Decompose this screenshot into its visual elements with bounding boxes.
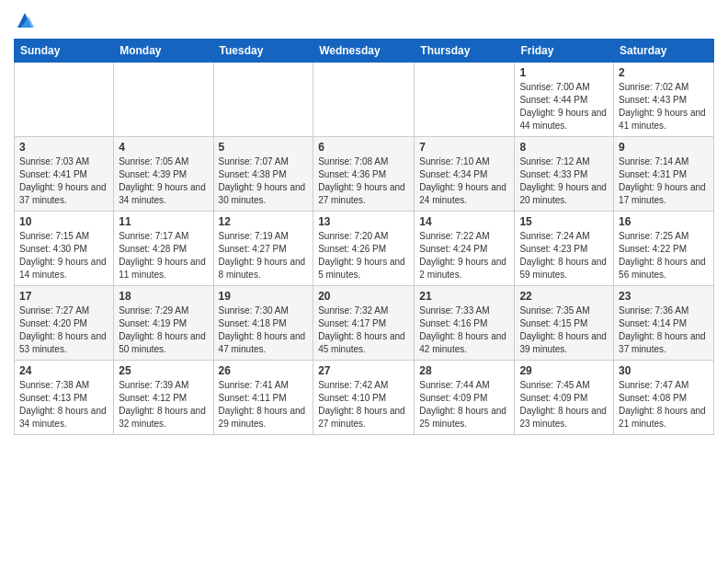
calendar-cell: 8Sunrise: 7:12 AM Sunset: 4:33 PM Daylig… <box>515 137 614 212</box>
calendar-cell <box>213 63 313 137</box>
day-number: 25 <box>119 364 208 377</box>
day-number: 16 <box>619 215 709 228</box>
calendar-cell: 28Sunrise: 7:44 AM Sunset: 4:09 PM Dayli… <box>415 361 515 435</box>
day-number: 4 <box>119 141 208 154</box>
day-info: Sunrise: 7:30 AM Sunset: 4:18 PM Dayligh… <box>219 304 309 356</box>
day-info: Sunrise: 7:10 AM Sunset: 4:34 PM Dayligh… <box>419 155 509 207</box>
calendar-cell: 4Sunrise: 7:05 AM Sunset: 4:39 PM Daylig… <box>114 137 213 212</box>
day-number: 26 <box>219 364 309 377</box>
day-info: Sunrise: 7:35 AM Sunset: 4:15 PM Dayligh… <box>519 304 609 356</box>
day-info: Sunrise: 7:42 AM Sunset: 4:10 PM Dayligh… <box>318 379 409 431</box>
day-info: Sunrise: 7:38 AM Sunset: 4:13 PM Dayligh… <box>19 379 108 431</box>
logo <box>14 9 40 31</box>
calendar-cell: 20Sunrise: 7:32 AM Sunset: 4:17 PM Dayli… <box>313 286 415 361</box>
calendar-cell: 13Sunrise: 7:20 AM Sunset: 4:26 PM Dayli… <box>313 212 415 286</box>
calendar-cell: 1Sunrise: 7:00 AM Sunset: 4:44 PM Daylig… <box>515 63 614 137</box>
calendar-cell: 22Sunrise: 7:35 AM Sunset: 4:15 PM Dayli… <box>515 286 614 361</box>
day-of-week-header: Friday <box>515 40 614 63</box>
day-number: 13 <box>318 215 409 228</box>
day-number: 20 <box>318 290 409 303</box>
day-info: Sunrise: 7:20 AM Sunset: 4:26 PM Dayligh… <box>318 230 409 282</box>
day-info: Sunrise: 7:15 AM Sunset: 4:30 PM Dayligh… <box>19 230 108 282</box>
day-info: Sunrise: 7:45 AM Sunset: 4:09 PM Dayligh… <box>519 379 609 431</box>
day-number: 19 <box>219 290 309 303</box>
day-info: Sunrise: 7:02 AM Sunset: 4:43 PM Dayligh… <box>619 81 709 132</box>
day-number: 14 <box>419 215 509 228</box>
logo-icon <box>14 9 36 31</box>
calendar-week-row: 17Sunrise: 7:27 AM Sunset: 4:20 PM Dayli… <box>15 286 714 361</box>
calendar-cell: 9Sunrise: 7:14 AM Sunset: 4:31 PM Daylig… <box>614 137 714 212</box>
day-info: Sunrise: 7:32 AM Sunset: 4:17 PM Dayligh… <box>318 304 409 356</box>
day-info: Sunrise: 7:36 AM Sunset: 4:14 PM Dayligh… <box>619 304 709 356</box>
day-number: 21 <box>419 290 509 303</box>
day-info: Sunrise: 7:47 AM Sunset: 4:08 PM Dayligh… <box>619 379 709 431</box>
calendar-cell: 30Sunrise: 7:47 AM Sunset: 4:08 PM Dayli… <box>614 361 714 435</box>
calendar-week-row: 10Sunrise: 7:15 AM Sunset: 4:30 PM Dayli… <box>15 212 714 286</box>
day-number: 30 <box>619 364 709 377</box>
calendar-cell <box>114 63 213 137</box>
day-info: Sunrise: 7:25 AM Sunset: 4:22 PM Dayligh… <box>619 230 709 282</box>
day-info: Sunrise: 7:33 AM Sunset: 4:16 PM Dayligh… <box>419 304 509 356</box>
day-number: 18 <box>119 290 208 303</box>
calendar-cell: 25Sunrise: 7:39 AM Sunset: 4:12 PM Dayli… <box>114 361 213 435</box>
day-info: Sunrise: 7:29 AM Sunset: 4:19 PM Dayligh… <box>119 304 208 356</box>
calendar-cell: 23Sunrise: 7:36 AM Sunset: 4:14 PM Dayli… <box>614 286 714 361</box>
day-number: 8 <box>519 141 609 154</box>
day-number: 5 <box>219 141 309 154</box>
day-number: 3 <box>19 141 108 154</box>
day-of-week-header: Wednesday <box>313 40 415 63</box>
calendar-week-row: 24Sunrise: 7:38 AM Sunset: 4:13 PM Dayli… <box>15 361 714 435</box>
day-info: Sunrise: 7:44 AM Sunset: 4:09 PM Dayligh… <box>419 379 509 431</box>
day-number: 17 <box>19 290 108 303</box>
day-number: 2 <box>619 66 709 79</box>
calendar-cell: 27Sunrise: 7:42 AM Sunset: 4:10 PM Dayli… <box>313 361 415 435</box>
day-info: Sunrise: 7:19 AM Sunset: 4:27 PM Dayligh… <box>219 230 309 282</box>
day-info: Sunrise: 7:27 AM Sunset: 4:20 PM Dayligh… <box>19 304 108 356</box>
calendar-cell: 5Sunrise: 7:07 AM Sunset: 4:38 PM Daylig… <box>213 137 313 212</box>
calendar-cell: 10Sunrise: 7:15 AM Sunset: 4:30 PM Dayli… <box>15 212 114 286</box>
calendar-cell: 3Sunrise: 7:03 AM Sunset: 4:41 PM Daylig… <box>15 137 114 212</box>
calendar-cell <box>415 63 515 137</box>
day-number: 11 <box>119 215 208 228</box>
page-header <box>14 9 714 31</box>
day-number: 1 <box>519 66 609 79</box>
day-info: Sunrise: 7:39 AM Sunset: 4:12 PM Dayligh… <box>119 379 208 431</box>
calendar-cell: 26Sunrise: 7:41 AM Sunset: 4:11 PM Dayli… <box>213 361 313 435</box>
calendar-header-row: SundayMondayTuesdayWednesdayThursdayFrid… <box>15 40 714 63</box>
day-number: 23 <box>619 290 709 303</box>
calendar-cell: 19Sunrise: 7:30 AM Sunset: 4:18 PM Dayli… <box>213 286 313 361</box>
day-number: 15 <box>519 215 609 228</box>
day-number: 28 <box>419 364 509 377</box>
calendar-cell: 11Sunrise: 7:17 AM Sunset: 4:28 PM Dayli… <box>114 212 213 286</box>
calendar-cell: 16Sunrise: 7:25 AM Sunset: 4:22 PM Dayli… <box>614 212 714 286</box>
day-number: 12 <box>219 215 309 228</box>
calendar-cell: 17Sunrise: 7:27 AM Sunset: 4:20 PM Dayli… <box>15 286 114 361</box>
day-of-week-header: Tuesday <box>213 40 313 63</box>
day-number: 22 <box>519 290 609 303</box>
calendar-cell: 24Sunrise: 7:38 AM Sunset: 4:13 PM Dayli… <box>15 361 114 435</box>
day-number: 29 <box>519 364 609 377</box>
calendar-cell: 14Sunrise: 7:22 AM Sunset: 4:24 PM Dayli… <box>415 212 515 286</box>
calendar-cell <box>313 63 415 137</box>
day-info: Sunrise: 7:14 AM Sunset: 4:31 PM Dayligh… <box>619 155 709 207</box>
day-info: Sunrise: 7:08 AM Sunset: 4:36 PM Dayligh… <box>318 155 409 207</box>
day-number: 10 <box>19 215 108 228</box>
day-info: Sunrise: 7:24 AM Sunset: 4:23 PM Dayligh… <box>519 230 609 282</box>
calendar-table: SundayMondayTuesdayWednesdayThursdayFrid… <box>14 39 714 435</box>
day-number: 24 <box>19 364 108 377</box>
calendar-cell <box>15 63 114 137</box>
day-info: Sunrise: 7:07 AM Sunset: 4:38 PM Dayligh… <box>219 155 309 207</box>
calendar-cell: 2Sunrise: 7:02 AM Sunset: 4:43 PM Daylig… <box>614 63 714 137</box>
day-info: Sunrise: 7:17 AM Sunset: 4:28 PM Dayligh… <box>119 230 208 282</box>
day-info: Sunrise: 7:03 AM Sunset: 4:41 PM Dayligh… <box>19 155 108 207</box>
day-number: 7 <box>419 141 509 154</box>
calendar-week-row: 1Sunrise: 7:00 AM Sunset: 4:44 PM Daylig… <box>15 63 714 137</box>
calendar-cell: 15Sunrise: 7:24 AM Sunset: 4:23 PM Dayli… <box>515 212 614 286</box>
day-of-week-header: Saturday <box>614 40 714 63</box>
day-number: 27 <box>318 364 409 377</box>
day-info: Sunrise: 7:22 AM Sunset: 4:24 PM Dayligh… <box>419 230 509 282</box>
day-number: 6 <box>318 141 409 154</box>
calendar-cell: 29Sunrise: 7:45 AM Sunset: 4:09 PM Dayli… <box>515 361 614 435</box>
day-of-week-header: Monday <box>114 40 213 63</box>
day-info: Sunrise: 7:00 AM Sunset: 4:44 PM Dayligh… <box>519 81 609 132</box>
